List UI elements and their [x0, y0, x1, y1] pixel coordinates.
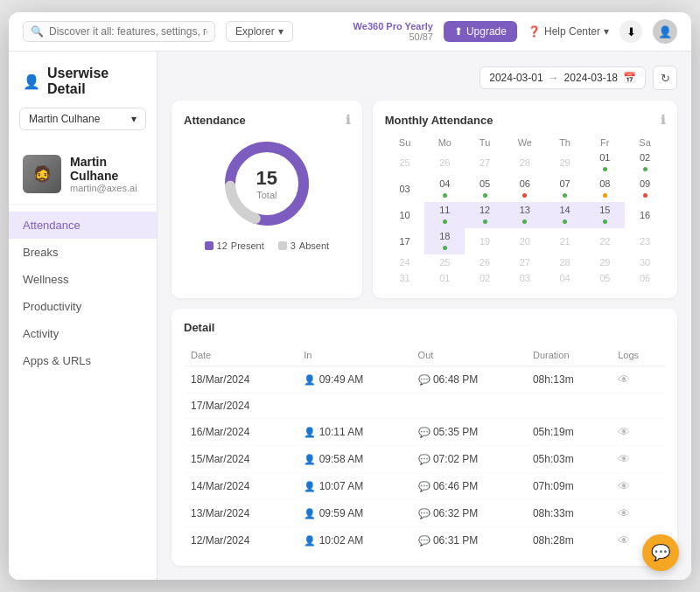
detail-duration: 08h:33m	[526, 500, 611, 527]
user-profile: 🧔 Martin Culhane martin@axes.ai	[9, 144, 157, 205]
calendar-cell: 20	[505, 228, 545, 254]
calendar-date-number: 17	[387, 236, 424, 247]
search-box[interactable]: 🔍	[23, 21, 215, 42]
sidebar-item-apps-urls[interactable]: Apps & URLs	[9, 347, 157, 374]
download-button[interactable]: ⬇	[620, 20, 642, 43]
upgrade-label: Upgrade	[466, 25, 507, 38]
user-selector[interactable]: Martin Culhane ▾	[19, 108, 146, 130]
calendar-dot	[443, 193, 447, 198]
plan-info: We360 Pro Yearly 50/87	[354, 21, 433, 42]
total-label: Total	[256, 190, 277, 200]
help-button[interactable]: ❓ Help Center ▾	[528, 25, 609, 38]
app-window: 🔍 Explorer ▾ We360 Pro Yearly 50/87 ⬆ Up…	[9, 12, 691, 580]
calendar-header-row: SuMoTuWeThFrSa	[385, 136, 665, 150]
view-logs-icon[interactable]: 👁	[618, 425, 630, 439]
view-logs-icon[interactable]: 👁	[618, 452, 630, 466]
calendar-date-number: 28	[507, 157, 543, 168]
view-logs-icon[interactable]: 👁	[618, 373, 630, 387]
calendar-cell: 19	[465, 228, 505, 254]
calendar-day-header: Fr	[584, 136, 625, 150]
calendar-day-header: We	[505, 136, 545, 150]
calendar-dot	[522, 193, 527, 198]
date-start: 2024-03-01	[489, 72, 542, 84]
detail-in: 👤 09:58 AM	[297, 446, 410, 473]
detail-out: 💬 06:48 PM	[411, 366, 526, 394]
detail-logs: 👁	[611, 366, 665, 394]
avatar[interactable]: 👤	[653, 19, 677, 44]
calendar-dot	[603, 219, 607, 224]
sidebar-item-breaks[interactable]: Breaks	[9, 239, 157, 266]
view-logs-icon[interactable]: 👁	[618, 533, 630, 547]
calendar-cell: 02	[465, 270, 505, 286]
sidebar-item-attendance[interactable]: Attendance	[9, 212, 157, 239]
detail-in: 👤 10:02 AM	[297, 527, 410, 554]
calendar-cell: 04	[545, 270, 585, 286]
calendar-date-number: 18	[426, 231, 463, 241]
calendar-body: 2526272829010203040506070809101112131415…	[385, 150, 665, 286]
calendar-cell: 16	[625, 202, 665, 228]
attendance-card-title: Attendance ℹ	[184, 113, 350, 127]
table-row: 13/Mar/2024👤 09:59 AM💬 06:32 PM08h:33m👁	[184, 500, 665, 527]
view-logs-icon[interactable]: 👁	[618, 506, 630, 520]
avatar-image: 🧔	[23, 155, 61, 193]
present-legend: 12 Present	[205, 240, 264, 251]
detail-column-header: Duration	[526, 345, 611, 366]
sidebar-item-activity[interactable]: Activity	[9, 320, 157, 347]
detail-date: 12/Mar/2024	[184, 527, 297, 554]
calendar-cell: 29	[545, 150, 585, 176]
detail-duration	[526, 394, 611, 419]
calendar-date-number: 31	[387, 273, 424, 283]
selected-user-label: Martin Culhane	[29, 113, 100, 125]
user-info: Martin Culhane martin@axes.ai	[70, 155, 143, 193]
detail-logs: 👁	[611, 446, 665, 473]
calendar-date-number: 20	[507, 236, 543, 247]
detail-logs	[611, 394, 665, 419]
calendar-date-number: 27	[466, 157, 503, 168]
calendar-week-row: 10111213141516	[385, 202, 665, 228]
calendar-cell: 25	[424, 254, 465, 270]
calendar-dot	[643, 167, 648, 171]
calendar-date-number: 04	[547, 273, 584, 283]
arrow-icon: →	[549, 72, 559, 84]
user-icon: 👤	[23, 73, 40, 90]
calendar-dot	[563, 219, 567, 224]
chat-button[interactable]: 💬	[642, 534, 679, 571]
info-icon-monthly[interactable]: ℹ	[661, 113, 665, 127]
info-icon[interactable]: ℹ	[346, 113, 350, 127]
refresh-button[interactable]: ↻	[653, 66, 677, 90]
detail-duration: 08h:28m	[526, 527, 611, 554]
calendar-date-number: 01	[586, 152, 623, 163]
calendar-date-number: 09	[626, 178, 663, 189]
sidebar-item-productivity[interactable]: Productivity	[9, 293, 157, 320]
calendar-date-number: 06	[507, 178, 543, 189]
calendar-cell: 22	[584, 228, 625, 254]
detail-header-row: DateInOutDurationLogs	[184, 345, 665, 366]
calendar-date-number: 25	[387, 157, 424, 168]
calendar-cell: 21	[545, 228, 585, 254]
calendar-date-number: 21	[547, 236, 584, 247]
calendar-date-number: 08	[586, 178, 623, 189]
calendar-date-number: 14	[547, 205, 584, 215]
calendar-cell: 27	[505, 254, 545, 270]
date-range-picker[interactable]: 2024-03-01 → 2024-03-18 📅	[480, 66, 646, 89]
absent-dot	[278, 241, 287, 250]
calendar-week-row: 03040506070809	[385, 176, 665, 202]
right-panel: 2024-03-01 → 2024-03-18 📅 ↻ Attendance ℹ	[158, 52, 691, 580]
calendar-cell: 27	[465, 150, 505, 176]
sidebar-item-wellness[interactable]: Wellness	[9, 266, 157, 293]
calendar-cell: 28	[505, 150, 545, 176]
calendar-cell: 26	[465, 254, 505, 270]
search-input[interactable]	[49, 25, 207, 38]
explorer-button[interactable]: Explorer ▾	[226, 21, 293, 42]
present-count: 12	[217, 240, 228, 251]
view-logs-icon[interactable]: 👁	[618, 479, 630, 493]
detail-body: 18/Mar/2024👤 09:49 AM💬 06:48 PM08h:13m👁1…	[184, 366, 665, 554]
attendance-card: Attendance ℹ	[172, 101, 362, 298]
date-range-bar: 2024-03-01 → 2024-03-18 📅 ↻	[172, 66, 677, 90]
upgrade-icon: ⬆	[454, 25, 463, 38]
calendar-cell: 13	[505, 202, 545, 228]
upgrade-button[interactable]: ⬆ Upgrade	[444, 21, 517, 42]
calendar-week-row: 24252627282930	[385, 254, 665, 270]
calendar-date-number: 06	[626, 273, 663, 283]
calendar-date-number: 07	[547, 178, 584, 189]
